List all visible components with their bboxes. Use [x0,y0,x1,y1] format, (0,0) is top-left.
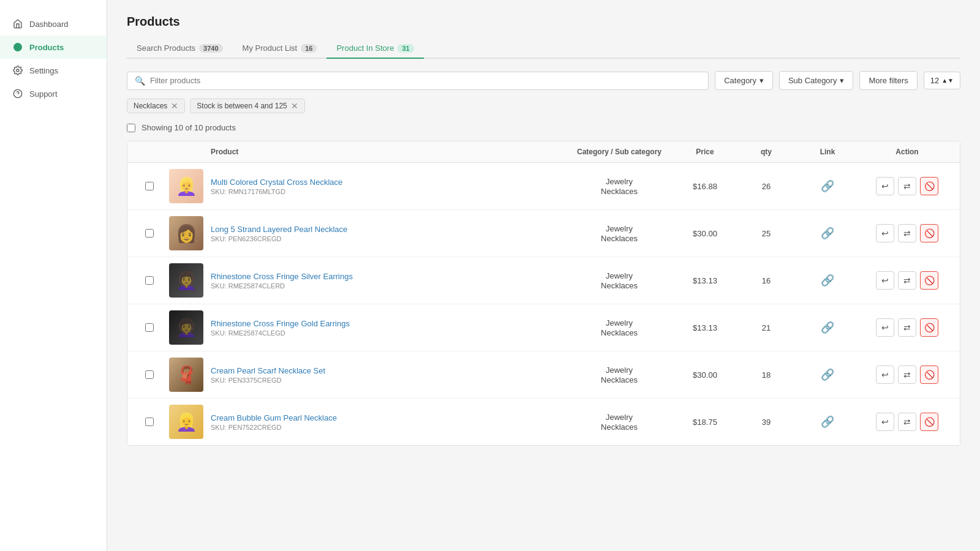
product-qty: 25 [742,229,791,238]
undo-button[interactable]: ↩ [876,413,894,431]
remove-button[interactable]: 🚫 [920,224,938,242]
product-name[interactable]: Rhinestone Cross Fringe Gold Earrings [211,319,350,328]
undo-button[interactable]: ↩ [876,177,894,195]
sidebar-item-label: Products [29,43,64,52]
product-link[interactable]: 🔗 [791,274,864,287]
product-category: Jewelry Necklaces [570,177,668,196]
row-checkbox[interactable] [137,182,162,190]
product-info: Long 5 Strand Layered Pearl Necklace SKU… [211,225,570,242]
product-link[interactable]: 🔗 [791,227,864,240]
product-actions: ↩ ⇄ 🚫 [864,413,950,431]
link-icon[interactable]: 🔗 [821,321,834,334]
chevron-down-icon: ▾ [840,76,844,85]
row-checkbox[interactable] [137,276,162,285]
tab-my-product-list[interactable]: My Product List 16 [233,39,327,59]
link-icon[interactable]: 🔗 [821,368,834,381]
remove-filter-stock[interactable]: ✕ [291,102,298,110]
remove-button[interactable]: 🚫 [920,318,938,337]
refresh-button[interactable]: ⇄ [898,365,916,384]
tab-label: Product In Store [336,43,394,53]
product-actions: ↩ ⇄ 🚫 [864,318,950,337]
undo-button[interactable]: ↩ [876,224,894,242]
subcategory-name: Necklaces [601,328,638,337]
product-name[interactable]: Cream Bubble Gum Pearl Necklace [211,413,337,422]
refresh-button[interactable]: ⇄ [898,413,916,431]
category-name: Jewelry [606,413,633,422]
product-name[interactable]: Rhinestone Cross Fringe Silver Earrings [211,272,353,281]
remove-filter-necklaces[interactable]: ✕ [171,102,178,110]
row-checkbox[interactable] [137,370,162,379]
tab-badge: 3740 [199,44,222,53]
row-checkbox[interactable] [137,418,162,426]
link-icon[interactable]: 🔗 [821,415,834,429]
product-link[interactable]: 🔗 [791,321,864,334]
row-checkbox[interactable] [137,229,162,238]
row-checkbox[interactable] [137,323,162,332]
product-qty: 39 [742,418,791,427]
table-row: 👱‍♀️ Cream Bubble Gum Pearl Necklace SKU… [127,399,960,445]
table-row: 👱‍♀️ Multi Colored Crystal Cross Necklac… [127,163,960,210]
tab-product-in-store[interactable]: Product In Store 31 [326,39,423,59]
refresh-button[interactable]: ⇄ [898,224,916,242]
sidebar-item-label: Settings [29,66,58,75]
link-icon[interactable]: 🔗 [821,274,834,287]
product-name[interactable]: Cream Pearl Scarf Necklace Set [211,366,325,375]
product-link[interactable]: 🔗 [791,179,864,193]
link-icon[interactable]: 🔗 [821,227,834,240]
remove-button[interactable]: 🚫 [920,413,938,431]
filter-tag-label: Stock is between 4 and 125 [197,102,287,110]
sidebar-item-products[interactable]: Products [0,36,107,59]
showing-text: Showing 10 of 10 products [141,123,236,132]
sidebar-item-dashboard[interactable]: Dashboard [0,12,107,36]
product-price: $16.88 [668,182,742,191]
product-name[interactable]: Long 5 Strand Layered Pearl Necklace [211,225,347,234]
subcategory-name: Necklaces [601,375,638,384]
tab-search-products[interactable]: Search Products 3740 [127,39,233,59]
product-qty: 21 [742,323,791,332]
undo-button[interactable]: ↩ [876,318,894,337]
sidebar-item-support[interactable]: Support [0,82,107,105]
table-header: Product Category / Sub category Price qt… [127,141,960,163]
product-price: $30.00 [668,370,742,380]
refresh-button[interactable]: ⇄ [898,318,916,337]
product-actions: ↩ ⇄ 🚫 [864,177,950,195]
header-category: Category / Sub category [570,148,668,156]
product-link[interactable]: 🔗 [791,368,864,381]
search-box[interactable]: 🔍 [127,72,709,90]
product-qty: 18 [742,370,791,380]
showing-line: Showing 10 of 10 products [127,123,960,132]
category-filter-button[interactable]: Category ▾ [715,71,773,90]
tab-label: My Product List [243,43,298,53]
more-filters-button[interactable]: More filters [859,71,917,90]
subcategory-filter-button[interactable]: Sub Category ▾ [779,71,854,90]
product-image: 👱‍♀️ [162,169,211,203]
product-thumbnail: 🧣 [169,358,203,392]
header-link: Link [791,148,864,156]
undo-button[interactable]: ↩ [876,271,894,290]
sidebar-item-label: Dashboard [29,20,69,29]
product-link[interactable]: 🔗 [791,415,864,429]
product-qty: 16 [742,276,791,285]
sidebar-item-settings[interactable]: Settings [0,59,107,82]
header-product: Product [211,148,570,156]
refresh-button[interactable]: ⇄ [898,271,916,290]
undo-button[interactable]: ↩ [876,365,894,384]
refresh-button[interactable]: ⇄ [898,177,916,195]
product-price: $18.75 [668,418,742,427]
home-icon [12,18,23,29]
link-icon[interactable]: 🔗 [821,179,834,193]
remove-button[interactable]: 🚫 [920,271,938,290]
table-row: 👩‍🦱 Rhinestone Cross Fringe Gold Earring… [127,304,960,351]
select-all-checkbox[interactable] [127,124,135,132]
filter-bar: 🔍 Category ▾ Sub Category ▾ More filters… [127,71,960,90]
product-name[interactable]: Multi Colored Crystal Cross Necklace [211,178,342,187]
remove-button[interactable]: 🚫 [920,177,938,195]
per-page-selector[interactable]: 12 ▲▼ [924,72,960,89]
tab-label: Search Products [137,43,195,53]
remove-button[interactable]: 🚫 [920,365,938,384]
product-image: 👩‍🦱 [162,310,211,345]
search-input[interactable] [150,76,701,85]
category-name: Jewelry [606,224,633,233]
product-image: 🧣 [162,358,211,392]
category-filter-label: Category [724,76,756,85]
